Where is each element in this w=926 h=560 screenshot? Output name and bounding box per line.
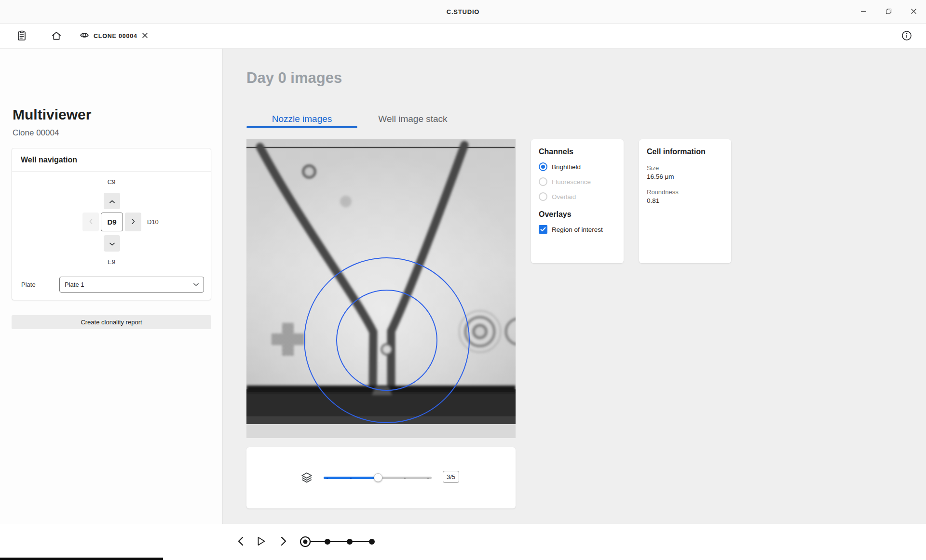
slider-handle[interactable] xyxy=(374,473,382,482)
navigate-down-button[interactable] xyxy=(104,235,120,252)
stack-position-slider[interactable] xyxy=(324,472,432,483)
slider-tick-1 xyxy=(327,478,328,479)
well-above-label: C9 xyxy=(12,178,211,186)
chevron-right-icon xyxy=(281,536,287,547)
day-timeline[interactable] xyxy=(297,532,384,551)
well-navigation-body: C9 D9 D10 xyxy=(12,172,211,300)
restore-button[interactable] xyxy=(876,0,901,24)
main-heading: Day 0 images xyxy=(246,69,342,87)
title-bar: C.STUDIO xyxy=(0,0,926,24)
stack-position-readout: 3/5 xyxy=(443,471,459,483)
image-tabs: Nozzle images Well image stack xyxy=(246,112,468,128)
slider-tick-2 xyxy=(350,478,352,479)
sidebar: Multiviewer Clone 00004 Well navigation … xyxy=(0,49,223,524)
timeline-node-4[interactable] xyxy=(369,539,375,545)
select-chevron-down-icon xyxy=(193,283,199,286)
cell-information-title: Cell information xyxy=(647,147,723,156)
well-right-label: D10 xyxy=(147,213,159,231)
checkbox-checked-icon xyxy=(539,225,547,234)
page-title: Multiviewer xyxy=(13,107,91,123)
tab-nozzle-images[interactable]: Nozzle images xyxy=(246,112,357,128)
previous-day-button[interactable] xyxy=(231,532,250,551)
play-icon xyxy=(257,536,266,547)
home-button[interactable] xyxy=(48,27,65,45)
size-value: 16.56 μm xyxy=(647,173,723,180)
chevron-left-icon xyxy=(237,536,244,547)
roundness-label: Roundness xyxy=(647,188,723,196)
overlays-title: Overlays xyxy=(539,210,616,219)
slider-tick-5 xyxy=(427,478,429,479)
play-button[interactable] xyxy=(252,532,271,551)
checkbox-region-of-interest[interactable]: Region of interest xyxy=(539,225,616,234)
close-window-button[interactable] xyxy=(901,0,926,24)
window-title: C.STUDIO xyxy=(0,0,926,24)
region-of-interest-label: Region of interest xyxy=(552,226,603,233)
slider-tick-4 xyxy=(404,478,406,479)
info-icon xyxy=(901,30,912,42)
chevron-down-icon xyxy=(109,240,115,247)
image-stack-slider-card: 3/5 xyxy=(246,447,516,508)
info-button[interactable] xyxy=(898,27,915,45)
tab-well-image-stack[interactable]: Well image stack xyxy=(357,112,468,128)
image-stack-icon xyxy=(300,471,313,486)
bottom-edge-strip xyxy=(0,558,163,560)
close-tab-icon[interactable] xyxy=(142,32,148,40)
chevron-left-icon xyxy=(89,218,93,226)
well-navigation-card: Well navigation C9 D9 xyxy=(12,148,211,300)
channels-title: Channels xyxy=(539,147,616,156)
restore-icon xyxy=(885,8,892,16)
create-clonality-report-button[interactable]: Create clonality report xyxy=(12,315,211,329)
radio-overlaid[interactable]: Overlaid xyxy=(539,192,616,201)
nozzle-image-viewer[interactable] xyxy=(246,139,516,438)
tab-clone-label: CLONE 00004 xyxy=(94,33,137,40)
navigate-up-button[interactable] xyxy=(104,193,120,209)
size-label: Size xyxy=(647,164,723,172)
timeline-node-3[interactable] xyxy=(347,539,353,545)
radio-selected-icon xyxy=(539,162,547,171)
minimize-button[interactable] xyxy=(851,0,876,24)
cell-information-panel: Cell information Size 16.56 μm Roundness… xyxy=(639,139,731,263)
microscopy-image xyxy=(246,139,516,424)
playback-bar xyxy=(0,524,926,560)
well-navigation-title: Well navigation xyxy=(12,148,211,172)
tab-bar: CLONE 00004 xyxy=(0,24,926,49)
radio-unselected-icon xyxy=(539,177,547,186)
radio-fluorescence-label: Fluorescence xyxy=(552,178,591,186)
radio-brightfield[interactable]: Brightfield xyxy=(539,162,616,171)
current-well-input[interactable]: D9 xyxy=(101,213,123,231)
plate-select-value: Plate 1 xyxy=(65,281,84,288)
navigate-right-button[interactable] xyxy=(125,213,141,231)
timeline-node-2[interactable] xyxy=(325,539,330,545)
chevron-up-icon xyxy=(109,198,115,205)
radio-fluorescence[interactable]: Fluorescence xyxy=(539,177,616,186)
tab-active-underline xyxy=(246,126,357,128)
roundness-value: 0.81 xyxy=(647,197,723,204)
minimize-icon xyxy=(860,8,867,16)
page-subtitle: Clone 00004 xyxy=(13,128,59,138)
tab-clone-00004[interactable]: CLONE 00004 xyxy=(76,24,146,48)
home-icon xyxy=(51,30,62,43)
navigate-left-button[interactable] xyxy=(82,213,99,231)
plate-select[interactable]: Plate 1 xyxy=(59,277,204,293)
radio-brightfield-label: Brightfield xyxy=(552,163,581,171)
app-window: C.STUDIO xyxy=(0,0,926,560)
channels-panel: Channels Brightfield Fluorescence Overla… xyxy=(531,139,624,263)
well-below-label: E9 xyxy=(12,258,211,266)
timeline-node-day0-selected[interactable] xyxy=(300,537,310,547)
radio-unselected-icon xyxy=(539,192,547,201)
chevron-right-icon xyxy=(132,218,135,226)
eye-icon xyxy=(80,30,89,42)
next-day-button[interactable] xyxy=(274,532,293,551)
plate-label: Plate xyxy=(21,277,36,293)
close-window-icon xyxy=(911,8,917,16)
radio-overlaid-label: Overlaid xyxy=(552,193,576,200)
reports-button[interactable] xyxy=(13,27,30,45)
clipboard-icon xyxy=(16,30,27,43)
